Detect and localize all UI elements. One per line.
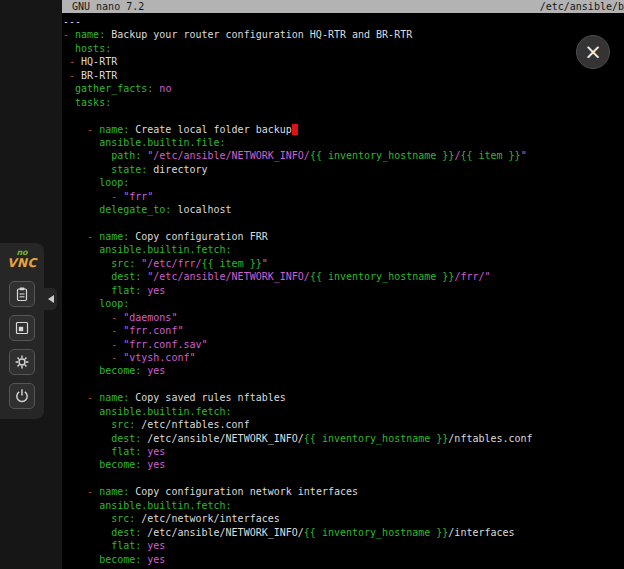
close-icon: × xyxy=(584,42,602,63)
editor-line: - "frr.conf.sav" xyxy=(63,338,624,351)
editor-line: flat: yes xyxy=(63,539,624,552)
file-path-label: /etc/ansible/b xyxy=(540,0,624,13)
editor-line: hosts: xyxy=(63,42,624,55)
editor-line: state: directory xyxy=(63,163,624,176)
editor-line xyxy=(63,378,624,391)
editor-line: - name: Copy configuration network inter… xyxy=(63,485,624,498)
fullscreen-button[interactable] xyxy=(9,315,35,341)
terminal-window: GNU nano 7.2 /etc/ansible/b ---- name: B… xyxy=(62,0,624,569)
clipboard-icon xyxy=(14,286,30,302)
editor-line: become: yes xyxy=(63,458,624,471)
editor-line: ansible.builtin.fetch: xyxy=(63,243,624,256)
editor-line: ansible.builtin.fetch: xyxy=(63,405,624,418)
desktop: no VNC xyxy=(0,0,624,569)
editor-line: flat: yes xyxy=(63,445,624,458)
clipboard-button[interactable] xyxy=(9,281,35,307)
editor-line: ansible.builtin.fetch: xyxy=(63,499,624,512)
editor-line: become: yes xyxy=(63,553,624,566)
nano-version-label: GNU nano 7.2 xyxy=(72,0,144,13)
vnc-control-panel: no VNC xyxy=(0,243,44,419)
power-button[interactable] xyxy=(9,383,35,409)
editor-line: - "daemons" xyxy=(63,311,624,324)
editor-line: --- xyxy=(63,15,624,28)
editor-line: - "vtysh.conf" xyxy=(63,351,624,364)
editor-line: dest: /etc/ansible/NETWORK_INFO/{{ inven… xyxy=(63,432,624,445)
settings-button[interactable] xyxy=(9,349,35,375)
power-icon xyxy=(14,388,30,404)
editor-line: dest: "/etc/ansible/NETWORK_INFO/{{ inve… xyxy=(63,270,624,283)
editor-line: dest: /etc/ansible/NETWORK_INFO/{{ inven… xyxy=(63,526,624,539)
close-button[interactable]: × xyxy=(576,35,610,69)
gear-icon xyxy=(14,354,30,370)
editor-line xyxy=(63,217,624,230)
editor-line: ansible.builtin.file: xyxy=(63,136,624,149)
chevron-left-icon xyxy=(44,295,54,303)
editor-line: become: yes xyxy=(63,364,624,377)
editor-line: src: /etc/network/interfaces xyxy=(63,512,624,525)
editor-line: loop: xyxy=(63,297,624,310)
editor-line: - HQ-RTR xyxy=(63,55,624,68)
editor-line: - "frr.conf" xyxy=(63,324,624,337)
editor-line: delegate_to: localhost xyxy=(63,203,624,216)
editor-line: src: "/etc/frr/{{ item }}" xyxy=(63,257,624,270)
editor-line: - name: Copy configuration FRR xyxy=(63,230,624,243)
editor-line: src: /etc/nftables.conf xyxy=(63,418,624,431)
editor-line: path: "/etc/ansible/NETWORK_INFO/{{ inve… xyxy=(63,149,624,162)
text-cursor xyxy=(292,124,298,135)
left-strip: no VNC xyxy=(0,0,62,569)
editor-line: loop: xyxy=(63,176,624,189)
editor-line: - name: Backup your router configuration… xyxy=(63,28,624,41)
editor-line: - "frr" xyxy=(63,190,624,203)
editor-line: - BR-RTR xyxy=(63,69,624,82)
editor-line: - name: Create local folder backup xyxy=(63,123,624,136)
fullscreen-icon xyxy=(14,320,30,336)
editor-line xyxy=(63,472,624,485)
editor-line: - name: Copy saved rules nftables xyxy=(63,391,624,404)
panel-collapse-handle[interactable] xyxy=(44,288,57,310)
editor-line: gather_facts: no xyxy=(63,82,624,95)
editor-line: flat: yes xyxy=(63,284,624,297)
editor-line xyxy=(63,109,624,122)
editor-line: tasks: xyxy=(63,96,624,109)
nano-titlebar: GNU nano 7.2 /etc/ansible/b xyxy=(62,0,624,13)
vnc-logo: no VNC xyxy=(7,249,37,269)
editor-text[interactable]: ---- name: Backup your router configurat… xyxy=(62,13,624,566)
vnc-logo-text: VNC xyxy=(7,257,37,269)
